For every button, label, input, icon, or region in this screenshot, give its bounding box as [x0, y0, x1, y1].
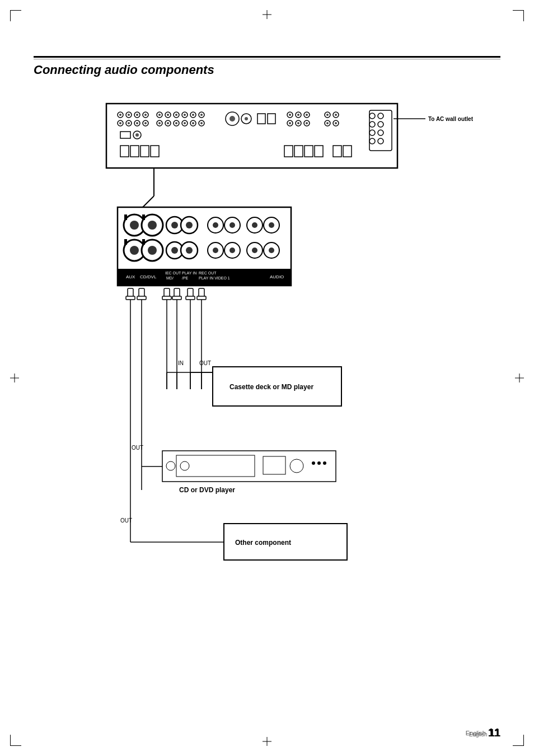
svg-rect-135 — [162, 296, 171, 300]
svg-point-99 — [130, 246, 139, 255]
svg-point-29 — [158, 122, 161, 124]
svg-point-15 — [184, 114, 186, 116]
svg-point-167 — [317, 461, 321, 465]
page-number: 11 — [488, 726, 500, 739]
svg-point-63 — [326, 122, 329, 124]
title-line-thick — [34, 56, 500, 58]
plug-cd1 — [162, 288, 171, 308]
corner-tl — [10, 10, 21, 21]
svg-point-71 — [369, 130, 375, 136]
svg-rect-77 — [130, 146, 139, 157]
rec-out-label: REC OUT — [199, 271, 217, 275]
svg-point-67 — [369, 113, 375, 119]
svg-point-25 — [136, 122, 138, 124]
svg-rect-103 — [142, 239, 145, 245]
svg-rect-94 — [124, 214, 127, 220]
main-diagram: To AC wall outlet AUX CD/DVL IEC OUT MD/… — [22, 87, 512, 602]
in-label: IN — [178, 360, 184, 366]
svg-rect-85 — [343, 146, 352, 157]
svg-point-127 — [269, 248, 274, 253]
corner-br — [513, 735, 524, 746]
out-cassette-label: OUT — [199, 360, 211, 366]
svg-point-113 — [213, 222, 218, 228]
svg-rect-138 — [172, 296, 181, 300]
svg-point-51 — [306, 114, 308, 116]
svg-rect-76 — [120, 146, 129, 157]
svg-point-55 — [297, 122, 299, 124]
svg-rect-86 — [120, 132, 130, 138]
play-in-video-label: PLAY IN VIDEO 1 — [199, 276, 230, 280]
page-footer-combined: English 11 — [466, 726, 500, 739]
svg-point-165 — [290, 459, 303, 473]
corner-bl — [10, 735, 21, 746]
svg-point-68 — [378, 113, 383, 119]
play-in-label: PLAY IN — [182, 271, 196, 275]
svg-point-27 — [144, 122, 147, 124]
svg-point-109 — [171, 247, 178, 254]
svg-point-41 — [229, 116, 235, 122]
other-component-label: Other component — [235, 539, 291, 547]
svg-point-166 — [312, 461, 315, 465]
svg-rect-84 — [333, 146, 341, 157]
svg-rect-45 — [268, 114, 275, 124]
svg-point-125 — [252, 248, 257, 253]
svg-point-102 — [148, 246, 157, 255]
svg-point-23 — [128, 122, 130, 124]
corner-tr — [513, 10, 524, 21]
receiver-panel — [106, 104, 397, 168]
svg-point-37 — [192, 122, 194, 124]
svg-point-72 — [378, 130, 383, 136]
ac-label: To AC wall outlet — [428, 116, 474, 122]
svg-line-90 — [143, 196, 154, 207]
svg-rect-78 — [140, 146, 149, 157]
svg-rect-132 — [137, 296, 146, 300]
svg-point-61 — [335, 114, 337, 116]
svg-rect-141 — [186, 296, 195, 300]
out-cd-label: OUT — [132, 445, 143, 451]
page-title: Connecting audio components — [34, 63, 500, 77]
svg-point-19 — [200, 114, 203, 116]
plug-aux2 — [137, 288, 146, 308]
svg-point-73 — [369, 138, 375, 144]
svg-point-35 — [184, 122, 186, 124]
svg-rect-44 — [257, 114, 265, 124]
svg-point-13 — [175, 114, 177, 116]
title-line-thin — [34, 59, 500, 59]
svg-point-11 — [167, 114, 169, 116]
svg-point-70 — [378, 122, 383, 127]
svg-point-121 — [213, 248, 218, 253]
svg-point-115 — [229, 222, 235, 228]
connector-dots-top-row1 — [118, 112, 204, 118]
svg-point-43 — [245, 117, 248, 120]
plug-aux — [126, 288, 135, 308]
svg-point-31 — [167, 122, 169, 124]
svg-point-161 — [166, 461, 175, 470]
svg-point-105 — [171, 222, 178, 228]
pe-label: /PE — [182, 276, 189, 280]
svg-point-39 — [200, 122, 203, 124]
svg-point-1 — [119, 114, 121, 116]
audio-label: AUDIO — [270, 274, 284, 279]
svg-point-57 — [306, 122, 308, 124]
crosshair-left — [10, 374, 19, 382]
cd-label: CD or DVD player — [179, 486, 235, 494]
svg-point-5 — [136, 114, 138, 116]
svg-point-65 — [335, 122, 337, 124]
svg-point-168 — [323, 461, 326, 465]
svg-point-17 — [192, 114, 194, 116]
svg-point-3 — [128, 114, 130, 116]
svg-rect-83 — [315, 146, 323, 157]
svg-point-9 — [158, 114, 161, 116]
svg-point-69 — [369, 122, 375, 127]
svg-point-163 — [180, 461, 189, 470]
svg-point-88 — [135, 133, 139, 137]
connector-dots-top-row2 — [118, 120, 204, 126]
svg-point-47 — [289, 114, 291, 116]
svg-point-53 — [289, 122, 291, 124]
svg-point-119 — [269, 222, 274, 228]
iec-out-label: IEC OUT — [165, 271, 181, 275]
language-label: English — [466, 730, 486, 736]
svg-point-96 — [148, 221, 157, 230]
crosshair-bottom — [263, 737, 271, 746]
svg-rect-79 — [151, 146, 159, 157]
